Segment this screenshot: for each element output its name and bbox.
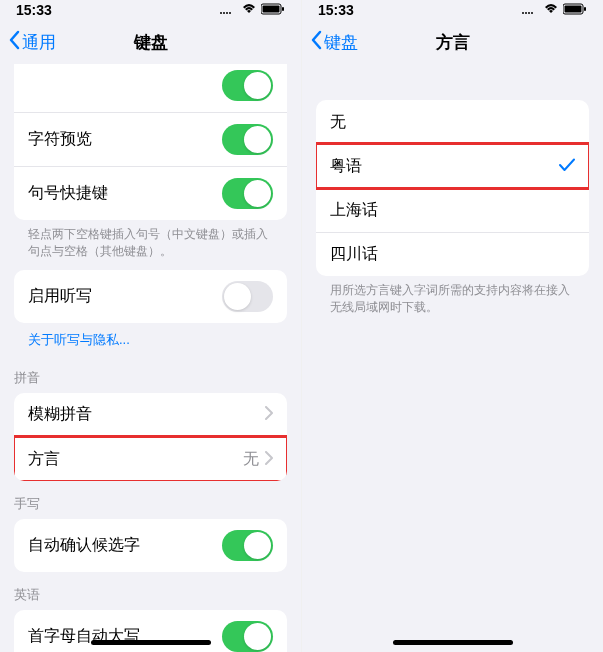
dictation-privacy-link[interactable]: 关于听写与隐私... xyxy=(14,323,287,355)
status-bar: 15:33 xyxy=(0,0,301,20)
option-none[interactable]: 无 xyxy=(316,100,589,144)
battery-icon xyxy=(261,2,285,18)
option-shanghainese[interactable]: 上海话 xyxy=(316,188,589,232)
back-button[interactable]: 通用 xyxy=(8,30,56,55)
home-indicator[interactable] xyxy=(91,640,211,645)
wifi-icon xyxy=(543,2,559,18)
option-label: 四川话 xyxy=(330,244,378,265)
cellular-icon xyxy=(521,2,539,18)
section-english: 英语 xyxy=(0,572,301,610)
row-dictation[interactable]: 启用听写 xyxy=(14,270,287,323)
back-button[interactable]: 键盘 xyxy=(310,30,358,55)
option-cantonese[interactable]: 粤语 xyxy=(316,144,589,188)
toggle-switch[interactable] xyxy=(222,178,273,209)
shortcut-footer: 轻点两下空格键插入句号（中文键盘）或插入句点与空格（其他键盘）。 xyxy=(14,220,287,270)
svg-rect-13 xyxy=(584,7,586,11)
row-value: 无 xyxy=(243,449,259,470)
dialect-footer: 用所选方言键入字词所需的支持内容将在接入无线局域网时下载。 xyxy=(316,276,589,326)
chevron-right-icon xyxy=(265,451,273,468)
chevron-left-icon xyxy=(8,30,20,55)
section-pinyin: 拼音 xyxy=(0,355,301,393)
svg-point-1 xyxy=(223,12,225,14)
svg-point-9 xyxy=(528,12,530,14)
row-char-preview[interactable]: 字符预览 xyxy=(14,112,287,166)
chevron-left-icon xyxy=(310,30,322,55)
nav-bar: 键盘 方言 xyxy=(302,20,603,64)
content-area[interactable]: 字符预览 句号快捷键 轻点两下空格键插入句号（中文键盘）或插入句点与空格（其他键… xyxy=(0,64,301,652)
svg-rect-5 xyxy=(263,6,280,13)
row-label: 方言 xyxy=(28,449,60,470)
svg-rect-6 xyxy=(282,7,284,11)
wifi-icon xyxy=(241,2,257,18)
toggle-switch[interactable] xyxy=(222,281,273,312)
cellular-icon xyxy=(219,2,237,18)
nav-title: 方言 xyxy=(436,31,470,54)
row-fuzzy-pinyin[interactable]: 模糊拼音 xyxy=(14,393,287,437)
svg-point-8 xyxy=(525,12,527,14)
toggle-switch[interactable] xyxy=(222,530,273,561)
nav-title: 键盘 xyxy=(134,31,168,54)
svg-point-2 xyxy=(226,12,228,14)
svg-point-0 xyxy=(220,12,222,14)
toggle-switch[interactable] xyxy=(222,124,273,155)
section-handwriting: 手写 xyxy=(0,481,301,519)
toggle-switch[interactable] xyxy=(222,70,273,101)
status-time: 15:33 xyxy=(16,2,52,18)
svg-point-3 xyxy=(229,12,231,14)
row-auto-capitalize[interactable]: 首字母自动大写 xyxy=(14,610,287,652)
dialect-settings-screen: 15:33 键盘 方言 无 xyxy=(302,0,603,652)
back-label: 键盘 xyxy=(324,31,358,54)
row-label: 字符预览 xyxy=(28,129,92,150)
status-icons xyxy=(521,2,587,18)
option-sichuanese[interactable]: 四川话 xyxy=(316,232,589,276)
content-area[interactable]: 无 粤语 上海话 四川话 用所选方言键入字词所需的支持内容将在接入无线局域网时下… xyxy=(302,64,603,652)
row-partial-top[interactable] xyxy=(14,64,287,112)
option-label: 无 xyxy=(330,112,346,133)
svg-rect-12 xyxy=(565,6,582,13)
nav-bar: 通用 键盘 xyxy=(0,20,301,64)
checkmark-icon xyxy=(559,156,575,177)
row-label: 模糊拼音 xyxy=(28,404,92,425)
svg-point-10 xyxy=(531,12,533,14)
option-label: 粤语 xyxy=(330,156,362,177)
chevron-right-icon xyxy=(265,406,273,423)
status-bar: 15:33 xyxy=(302,0,603,20)
back-label: 通用 xyxy=(22,31,56,54)
option-label: 上海话 xyxy=(330,200,378,221)
svg-point-7 xyxy=(522,12,524,14)
keyboard-settings-screen: 15:33 通用 键盘 xyxy=(0,0,301,652)
row-label: 句号快捷键 xyxy=(28,183,108,204)
row-label: 自动确认候选字 xyxy=(28,535,140,556)
battery-icon xyxy=(563,2,587,18)
row-dialect[interactable]: 方言 无 xyxy=(14,437,287,481)
home-indicator[interactable] xyxy=(393,640,513,645)
toggle-switch[interactable] xyxy=(222,621,273,652)
row-label: 启用听写 xyxy=(28,286,92,307)
status-time: 15:33 xyxy=(318,2,354,18)
row-auto-confirm[interactable]: 自动确认候选字 xyxy=(14,519,287,572)
row-period-shortcut[interactable]: 句号快捷键 xyxy=(14,166,287,220)
status-icons xyxy=(219,2,285,18)
